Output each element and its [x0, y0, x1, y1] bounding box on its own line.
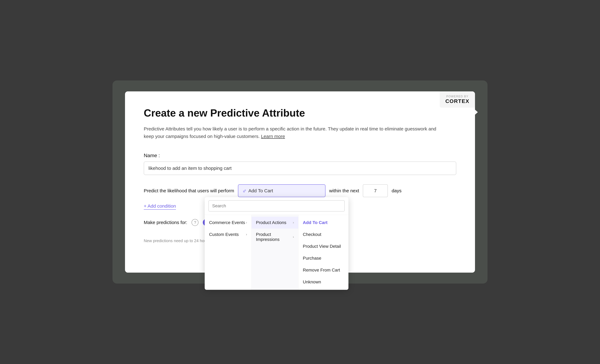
commerce-events-item[interactable]: Commerce Events ›: [205, 217, 251, 229]
name-label: Name :: [144, 153, 456, 159]
cursor-icon: ⬃: [243, 188, 246, 193]
custom-events-item[interactable]: Custom Events ›: [205, 229, 251, 240]
help-icon[interactable]: ?: [192, 219, 198, 226]
events-column-wrapper: Add To Cart Checkout Product View Detail…: [299, 215, 345, 290]
category-column: Commerce Events › Custom Events ›: [205, 215, 252, 290]
cortex-badge: POWERED BY CORTEX: [440, 91, 475, 108]
outer-container: POWERED BY CORTEX Create a new Predictiv…: [112, 80, 488, 284]
description-text: Predictive Attributes tell you how likel…: [144, 125, 441, 140]
events-column: Add To Cart Checkout Product View Detail…: [299, 215, 345, 290]
predict-row: Predict the likelihood that users will p…: [144, 184, 456, 197]
modal: POWERED BY CORTEX Create a new Predictiv…: [125, 91, 475, 273]
add-condition-label: + Add condition: [144, 203, 176, 209]
powered-by-label: POWERED BY: [446, 95, 469, 98]
name-input[interactable]: [144, 161, 456, 175]
chevron-right-icon: ›: [246, 221, 247, 225]
page-title: Create a new Predictive Attribute: [144, 107, 456, 119]
cortex-arrow: [475, 109, 478, 115]
product-impressions-item[interactable]: Product Impressions ›: [252, 229, 298, 245]
selected-event-label: Add To Cart: [248, 188, 273, 193]
product-view-detail-item[interactable]: Product View Detail: [299, 240, 345, 252]
search-box: [205, 197, 348, 215]
predictions-label: Make predictions for:: [144, 220, 187, 225]
remove-from-cart-item[interactable]: Remove From Cart: [299, 264, 345, 276]
learn-more-link[interactable]: Learn more: [261, 134, 285, 139]
add-condition-button[interactable]: + Add condition: [144, 203, 176, 210]
event-selector[interactable]: ⬃ Add To Cart: [238, 184, 326, 197]
within-label: within the next: [329, 188, 359, 193]
unknown-item[interactable]: Unknown: [299, 276, 345, 288]
event-dropdown: Commerce Events › Custom Events › Produc…: [205, 197, 348, 290]
chevron-right-icon: ›: [246, 233, 247, 236]
cortex-name-label: CORTEX: [445, 98, 469, 104]
checkout-item[interactable]: Checkout: [299, 229, 345, 240]
predict-label: Predict the likelihood that users will p…: [144, 188, 234, 193]
chevron-right-icon: ›: [293, 235, 294, 239]
add-to-cart-item[interactable]: Add To Cart: [299, 217, 345, 229]
search-input[interactable]: [208, 200, 345, 212]
dropdown-columns: Commerce Events › Custom Events › Produc…: [205, 215, 348, 290]
chevron-right-icon: ›: [293, 221, 294, 225]
product-actions-item[interactable]: Product Actions ›: [252, 217, 298, 229]
days-input[interactable]: [363, 184, 388, 197]
purchase-item[interactable]: Purchase: [299, 252, 345, 264]
days-label: days: [392, 188, 401, 193]
subcategory-column: Product Actions › Product Impressions ›: [252, 215, 299, 290]
